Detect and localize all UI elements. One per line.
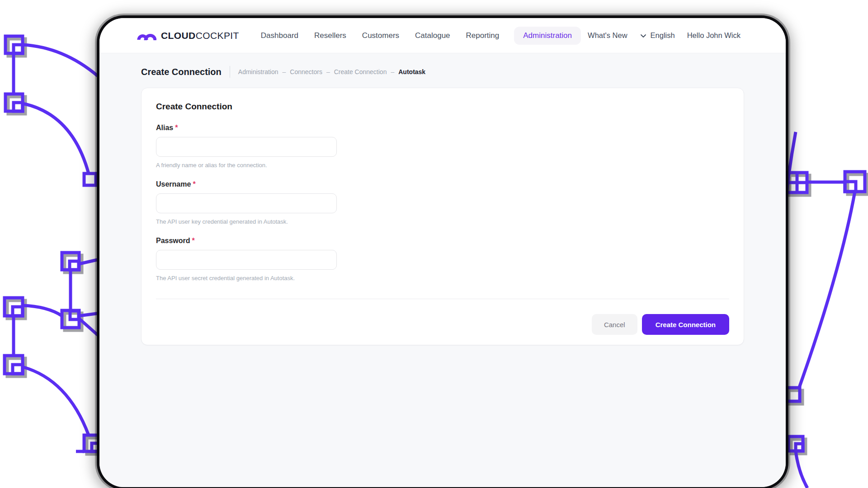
language-selector[interactable]: English [640, 31, 675, 40]
breadcrumb-create-connection[interactable]: Create Connection [334, 68, 387, 75]
alias-label: Alias [156, 124, 173, 131]
page-title: Create Connection [141, 67, 222, 77]
create-connection-card: Create Connection Alias* A friendly name… [141, 88, 744, 345]
nav-item-customers[interactable]: Customers [361, 27, 400, 45]
password-helper-text: The API user secret credential generated… [156, 275, 729, 282]
nav-item-dashboard[interactable]: Dashboard [260, 27, 299, 45]
nav-item-catalogue[interactable]: Catalogue [414, 27, 451, 45]
create-connection-button[interactable]: Create Connection [642, 314, 729, 335]
nav-item-resellers[interactable]: Resellers [313, 27, 347, 45]
breadcrumb-connectors[interactable]: Connectors [290, 68, 322, 75]
navbar: CLOUDCOCKPIT Dashboard Resellers Custome… [99, 18, 786, 53]
language-label: English [651, 31, 675, 40]
title-divider [230, 66, 230, 78]
required-marker: * [193, 180, 195, 188]
breadcrumb-current: Autotask [398, 68, 425, 75]
breadcrumb-separator: – [326, 68, 330, 75]
breadcrumb: Administration – Connectors – Create Con… [238, 68, 425, 75]
card-heading: Create Connection [156, 102, 729, 112]
brand-name: CLOUDCOCKPIT [161, 30, 239, 41]
cloudcockpit-logo-icon [136, 29, 156, 42]
page-header: Create Connection Administration – Conne… [141, 66, 744, 78]
password-field-group: Password* The API user secret credential… [156, 237, 729, 282]
nav-item-reporting[interactable]: Reporting [465, 27, 500, 45]
chevron-down-icon [640, 32, 647, 39]
breadcrumb-separator: – [283, 68, 286, 75]
nav-item-administration[interactable]: Administration [514, 27, 581, 45]
alias-input[interactable] [156, 137, 337, 157]
primary-nav: Dashboard Resellers Customers Catalogue … [260, 27, 581, 45]
main-content: Create Connection Administration – Conne… [99, 53, 786, 487]
username-input[interactable] [156, 193, 337, 213]
required-marker: * [175, 124, 178, 131]
alias-helper-text: A friendly name or alias for the connect… [156, 162, 729, 169]
username-field-group: Username* The API user key credential ge… [156, 180, 729, 225]
password-label: Password [156, 237, 190, 244]
password-input[interactable] [156, 250, 337, 270]
form-actions: Cancel Create Connection [156, 314, 729, 335]
breadcrumb-administration[interactable]: Administration [238, 68, 278, 75]
user-menu[interactable]: Hello John Wick [687, 31, 741, 40]
breadcrumb-separator: – [391, 68, 394, 75]
app-window: CLOUDCOCKPIT Dashboard Resellers Custome… [99, 18, 786, 487]
navbar-right: What's New English Hello John Wick [588, 31, 741, 40]
username-label: Username [156, 180, 191, 188]
username-helper-text: The API user key credential generated in… [156, 218, 729, 225]
cancel-button[interactable]: Cancel [592, 314, 637, 335]
form-divider [156, 299, 729, 299]
alias-field-group: Alias* A friendly name or alias for the … [156, 124, 729, 169]
brand-logo[interactable]: CLOUDCOCKPIT [136, 29, 239, 42]
required-marker: * [192, 237, 195, 244]
whats-new-link[interactable]: What's New [588, 31, 627, 40]
